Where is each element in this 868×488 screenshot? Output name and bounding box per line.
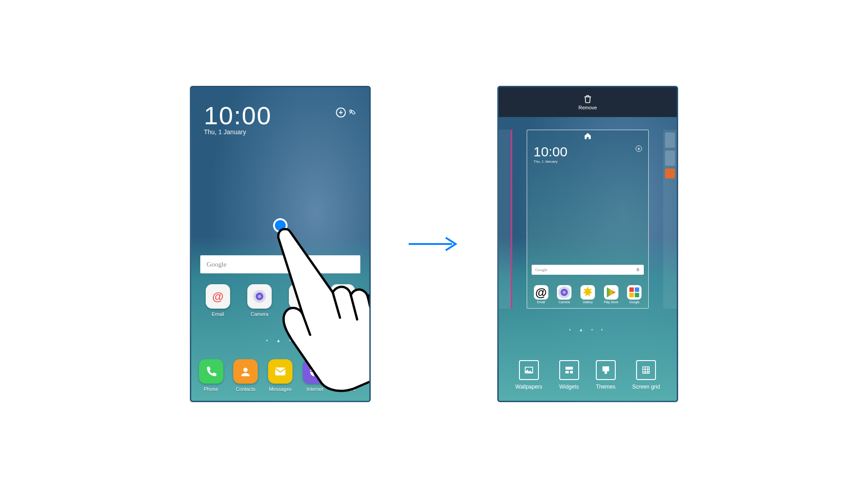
mini-app-label: Camera (559, 300, 570, 304)
edit-option-widgets[interactable]: Widgets (559, 360, 579, 390)
mini-clock-widget: 10:00 Thu, 1 January (527, 142, 648, 165)
app-apps[interactable]: Apps (335, 359, 364, 392)
app-camera[interactable]: Camera (245, 284, 274, 317)
app-label: Apps (344, 386, 355, 392)
dock-row: PhoneContactsMessagesInternetApps (191, 359, 369, 392)
mini-app-label: Google (629, 300, 640, 304)
peek-app-icon (665, 169, 675, 178)
app-label: Email (212, 311, 224, 317)
mini-app-label: Gallery (583, 300, 593, 304)
app-gallery[interactable]: Gallery (286, 284, 316, 317)
svg-point-8 (349, 367, 350, 369)
play-icon (330, 284, 355, 309)
peek-widget-icon (665, 132, 675, 148)
edit-option-wallpapers[interactable]: Wallpapers (515, 360, 542, 390)
google-icon (627, 285, 642, 300)
svg-rect-28 (570, 371, 572, 374)
gallery-icon (580, 285, 595, 300)
peek-widget-icon (665, 150, 675, 166)
home-indicator-icon (527, 132, 648, 142)
svg-rect-21 (629, 287, 634, 292)
wallpapers-icon (519, 360, 539, 380)
svg-point-9 (352, 367, 354, 369)
mini-app-camera: Camera (555, 285, 574, 304)
mini-search-label: Google (535, 267, 547, 272)
svg-point-3 (258, 295, 261, 298)
screengrid-icon (636, 360, 656, 380)
svg-rect-23 (629, 293, 634, 297)
app-label: Phone (204, 386, 218, 392)
edit-option-label: Wallpapers (515, 384, 542, 390)
mini-app-gallery: Gallery (578, 285, 597, 304)
app-play[interactable]: Play Store (328, 284, 358, 317)
mini-clock-date: Thu, 1 January (533, 160, 642, 164)
camera-icon (247, 284, 272, 309)
mini-add-weather-icon: + (636, 145, 642, 152)
touch-indicator-icon (273, 218, 288, 233)
app-label: Internet (307, 386, 323, 392)
sun-cloud-icon (348, 108, 357, 117)
apps-icon (337, 359, 362, 384)
phone-icon (199, 359, 223, 384)
svg-point-12 (352, 371, 354, 372)
svg-rect-30 (604, 371, 607, 374)
svg-point-10 (345, 371, 347, 372)
app-messages[interactable]: Messages (265, 359, 295, 392)
trash-icon (583, 94, 593, 104)
svg-point-4 (244, 368, 248, 372)
svg-rect-22 (635, 287, 639, 292)
mini-search-bar: Google (532, 265, 644, 275)
remove-bar[interactable]: Remove (499, 87, 677, 117)
svg-point-7 (345, 367, 347, 369)
mini-app-google: Google (625, 285, 644, 304)
svg-point-11 (349, 371, 350, 372)
arrow-right-icon (407, 235, 461, 253)
email-icon: @ (206, 284, 230, 309)
page-indicator: • ▲ • (191, 338, 369, 343)
page-peek-left[interactable] (499, 130, 512, 309)
edit-options-row: WallpapersWidgetsThemesScreen grid (499, 360, 677, 390)
messages-icon (268, 359, 292, 384)
app-label: Camera (250, 311, 268, 317)
app-phone[interactable]: Phone (196, 359, 226, 392)
search-label: Google (207, 261, 226, 268)
svg-point-14 (349, 374, 350, 375)
edit-option-screengrid[interactable]: Screen grid (632, 360, 660, 390)
app-contacts[interactable]: Contacts (231, 359, 260, 392)
clock-widget[interactable]: 10:00 Thu, 1 January (204, 101, 272, 136)
mini-app-label: Play Store (604, 300, 618, 304)
mic-icon (636, 267, 640, 272)
phone-home-screen: 10:00 Thu, 1 January + Google @EmailCame… (190, 86, 371, 402)
mini-app-email: @Email (532, 285, 551, 304)
svg-point-20 (563, 291, 566, 294)
app-internet[interactable]: Internet (300, 359, 330, 392)
svg-point-15 (352, 374, 354, 375)
weather-widget[interactable]: + (336, 108, 357, 117)
edit-option-label: Themes (596, 384, 615, 390)
remove-label: Remove (579, 105, 597, 110)
app-email[interactable]: @Email (203, 284, 233, 317)
internet-icon (303, 359, 327, 384)
phone-edit-mode: Remove 10:00 Thu, 1 January + Google @Em… (497, 86, 678, 402)
app-label: Contacts (236, 386, 255, 392)
clock-date: Thu, 1 January (204, 128, 272, 136)
mini-app-label: Email (537, 300, 545, 304)
edit-option-label: Widgets (559, 384, 579, 390)
add-weather-icon[interactable]: + (336, 108, 346, 117)
svg-rect-26 (565, 367, 573, 370)
svg-rect-27 (565, 371, 568, 374)
contacts-icon (233, 359, 258, 384)
gallery-icon (289, 284, 313, 309)
app-label: Play Store (331, 311, 354, 317)
svg-rect-29 (602, 366, 609, 371)
homescreen-thumbnail[interactable]: 10:00 Thu, 1 January + Google @EmailCame… (527, 130, 649, 309)
app-label: Gallery (293, 311, 309, 317)
mini-app-play: Play Store (602, 285, 621, 304)
svg-rect-24 (635, 293, 639, 297)
clock-time: 10:00 (204, 101, 272, 130)
edit-option-label: Screen grid (632, 384, 660, 390)
google-search-bar[interactable]: Google (200, 255, 360, 273)
edit-option-themes[interactable]: Themes (596, 360, 616, 390)
page-peek-right[interactable] (663, 130, 677, 309)
camera-icon (557, 285, 571, 300)
